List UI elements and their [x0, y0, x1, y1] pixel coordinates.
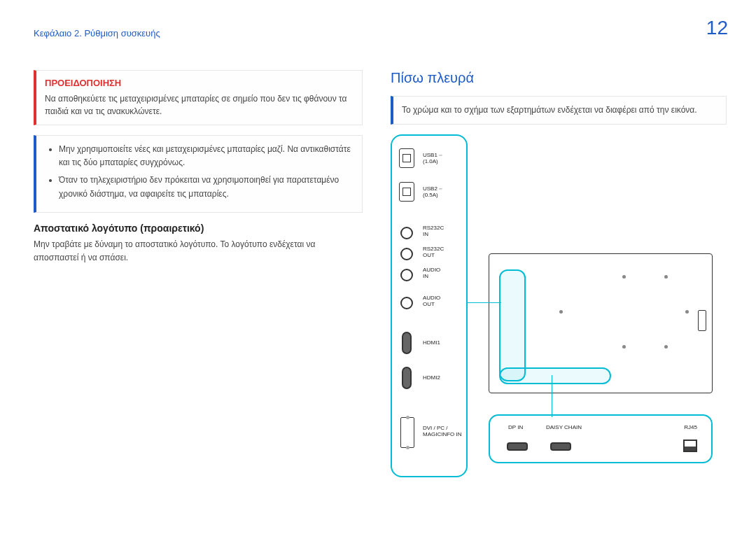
usb1-label-l2: (1.0A)	[423, 158, 438, 164]
info-bullet: Μην χρησιμοποιείτε νέες και μεταχειρισμέ…	[59, 143, 354, 169]
rj45-port-icon	[683, 440, 697, 452]
hdmi1-label: HDMI1	[423, 340, 465, 346]
rs232c-in-port-icon	[400, 227, 413, 239]
dvi-label-l1: DVI / PC /	[423, 425, 448, 431]
warning-box: ΠΡΟΕΙΔΟΠΟΙΗΣΗ Να αποθηκεύετε τις μεταχει…	[34, 70, 363, 125]
chapter-header: Κεφάλαιο 2. Ρύθμιση συσκευής	[34, 28, 160, 38]
usb1-label: USB1 ⎓ (1.0A)	[423, 153, 465, 165]
spacer-logo-heading: Αποστατικό λογότυπο (προαιρετικό)	[34, 223, 363, 234]
dp-in-label: DP IN	[508, 424, 523, 430]
audio-in-label-l2: IN	[423, 273, 428, 279]
usb2-label-l2: (0.5A)	[423, 192, 438, 198]
reverse-side-heading: Πίσω πλευρά	[391, 70, 727, 86]
rj45-label: RJ45	[684, 424, 697, 430]
right-column: Πίσω πλευρά Το χρώμα και το σχήμα των εξ…	[391, 70, 727, 484]
note-text: Το χρώμα και το σχήμα των εξαρτημάτων εν…	[402, 104, 718, 117]
hdmi2-port-icon	[402, 367, 412, 389]
usb1-label-l1: USB1 ⎓	[423, 152, 442, 158]
horizontal-ports-panel: DP IN DAISY CHAIN RJ45	[489, 414, 713, 463]
usb2-label: USB2 ⎓ (0.5A)	[423, 186, 465, 199]
horizontal-ports-highlight	[499, 367, 611, 384]
rs232c-out-label-l2: OUT	[423, 252, 435, 258]
usb1-port-icon	[399, 148, 414, 168]
leader-line	[552, 375, 552, 417]
left-column: ΠΡΟΕΙΔΟΠΟΙΗΣΗ Να αποθηκεύετε τις μεταχει…	[34, 70, 363, 265]
hdmi1-port-icon	[402, 332, 412, 354]
note-box: Το χρώμα και το σχήμα των εξαρτημάτων εν…	[391, 96, 727, 125]
daisy-chain-port-icon	[550, 442, 571, 451]
warning-text: Να αποθηκεύετε τις μεταχειρισμένες μπατα…	[45, 92, 354, 118]
page-number: 12	[706, 17, 728, 39]
rs232c-out-label-l1: RS232C	[423, 246, 444, 252]
dvi-label-l2: MAGICINFO IN	[423, 431, 462, 437]
hdmi2-label: HDMI2	[423, 375, 465, 381]
rs232c-in-label-l2: IN	[423, 231, 428, 237]
usb2-port-icon	[399, 182, 414, 202]
audio-in-label: AUDIO IN	[423, 267, 465, 280]
usb2-label-l1: USB2 ⎓	[423, 185, 442, 192]
spacer-logo-text: Μην τραβάτε με δύναμη το αποστατικό λογό…	[34, 238, 363, 265]
audio-in-port-icon	[400, 269, 413, 281]
rs232c-in-label: RS232C IN	[423, 225, 465, 238]
audio-out-label-l2: OUT	[423, 301, 435, 307]
vertical-ports-highlight	[499, 269, 526, 381]
info-box: Μην χρησιμοποιείτε νέες και μεταχειρισμέ…	[34, 135, 363, 213]
audio-out-label: AUDIO OUT	[423, 295, 465, 308]
rs232c-out-label: RS232C OUT	[423, 246, 465, 259]
ports-diagram: USB1 ⎓ (1.0A) USB2 ⎓ (0.5A) RS232C IN RS…	[391, 134, 727, 484]
rs232c-out-port-icon	[400, 248, 413, 260]
rs232c-in-label-l1: RS232C	[423, 225, 444, 231]
dvi-port-icon	[400, 417, 414, 448]
audio-out-label-l1: AUDIO	[423, 295, 440, 301]
dp-in-port-icon	[507, 442, 528, 451]
warning-label: ΠΡΟΕΙΔΟΠΟΙΗΣΗ	[45, 78, 354, 88]
vertical-ports-panel: USB1 ⎓ (1.0A) USB2 ⎓ (0.5A) RS232C IN RS…	[391, 134, 468, 477]
audio-out-port-icon	[400, 297, 413, 309]
leader-line	[466, 302, 501, 303]
info-bullet: Όταν το τηλεχειριστήριο δεν πρόκειται να…	[59, 174, 354, 200]
dvi-label: DVI / PC / MAGICINFO IN	[423, 426, 465, 438]
daisy-chain-label: DAISY CHAIN	[546, 424, 582, 430]
audio-in-label-l1: AUDIO	[423, 267, 440, 273]
monitor-back-outline	[489, 253, 713, 393]
